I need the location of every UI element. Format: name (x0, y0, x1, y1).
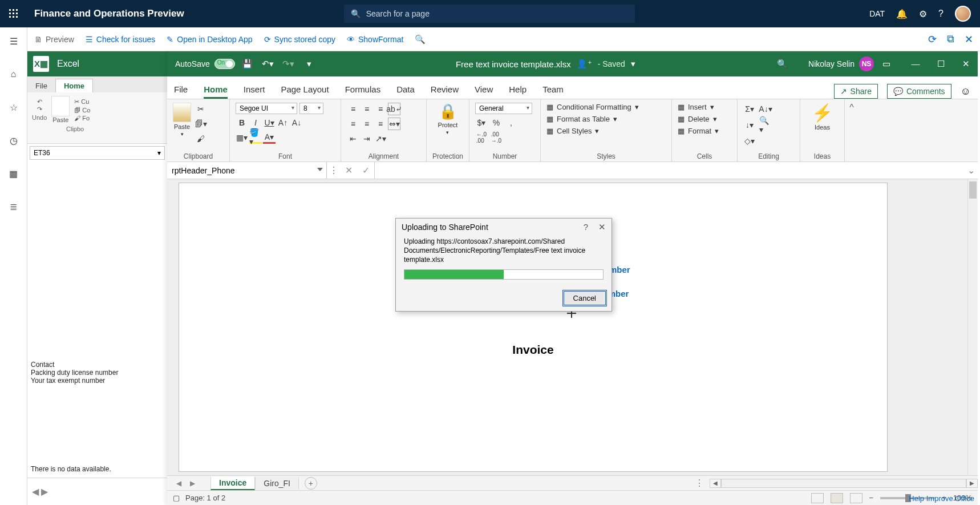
web-fo[interactable]: 🖌 Fo (74, 115, 90, 122)
avatar[interactable] (955, 6, 971, 22)
find-button[interactable]: 🔍▾ (759, 119, 772, 131)
ideas-button[interactable]: ⚡ Ideas (812, 103, 833, 131)
smiley-icon[interactable]: ☺ (961, 86, 971, 98)
tab-team[interactable]: Team (542, 84, 564, 99)
zoom-out-button[interactable]: − (869, 494, 874, 502)
company-code[interactable]: DAT (869, 9, 885, 18)
dec-decimal-button[interactable]: .00→.0 (490, 131, 503, 144)
align-left-button[interactable]: ≡ (347, 118, 359, 130)
autosum-button[interactable]: Σ▾ (743, 103, 756, 115)
cancel-button[interactable]: Cancel (564, 291, 606, 305)
waffle-icon[interactable] (0, 0, 27, 27)
tab-review[interactable]: Review (431, 84, 459, 99)
bold-button[interactable]: B (236, 116, 248, 129)
inc-indent-button[interactable]: ⇥ (361, 132, 373, 145)
minimize-icon[interactable]: — (907, 59, 924, 69)
undo-icon[interactable]: ↶ (37, 98, 42, 106)
maximize-icon[interactable]: ☐ (932, 59, 949, 69)
align-middle-button[interactable]: ≡ (361, 103, 373, 115)
autosave-toggle[interactable]: On (214, 59, 235, 69)
delete-cells-button[interactable]: ▦Delete ▾ (678, 115, 717, 123)
showformat-cmd[interactable]: 👁ShowFormat (347, 35, 403, 44)
align-bottom-button[interactable]: ≡ (374, 103, 387, 115)
horizontal-scrollbar[interactable] (721, 479, 966, 488)
dec-indent-button[interactable]: ⇤ (347, 132, 359, 145)
clear-button[interactable]: ◇▾ (743, 135, 756, 147)
sheet-nav-prev[interactable]: ◀ (172, 479, 185, 487)
cond-fmt-button[interactable]: ▦Conditional Formatting ▾ (546, 103, 639, 111)
hscroll-left[interactable]: ◀ (710, 479, 721, 488)
bell-icon[interactable]: 🔔 (896, 9, 908, 19)
web-namebox[interactable]: ET36▾ (30, 146, 165, 160)
orientation-button[interactable]: ↗▾ (374, 132, 387, 145)
tab-insert[interactable]: Insert (244, 84, 265, 99)
add-sheet-button[interactable]: + (305, 477, 317, 490)
web-home-tab[interactable]: Home (55, 79, 93, 92)
currency-button[interactable]: $▾ (475, 116, 488, 129)
help-improve-link[interactable]: Help Improve Office (909, 494, 974, 503)
workspace-icon[interactable]: ▦ (2, 163, 25, 184)
page-layout-view-button[interactable] (831, 493, 843, 503)
cell-styles-button[interactable]: ▦Cell Styles ▾ (546, 127, 599, 135)
cancel-formula-icon[interactable]: ✕ (345, 165, 353, 176)
file-name[interactable]: Free text invoice template.xlsx (456, 59, 571, 69)
vertical-scrollbar[interactable] (967, 179, 978, 475)
sync-cmd[interactable]: ⟳Sync stored copy (264, 35, 335, 44)
comma-button[interactable]: , (505, 116, 517, 129)
align-right-button[interactable]: ≡ (374, 118, 387, 130)
web-scroll-right[interactable]: ▶ (41, 486, 48, 497)
expand-formula-icon[interactable]: ⌄ (964, 162, 978, 179)
people-icon[interactable]: 👤⁺ (577, 59, 592, 69)
web-file-tab[interactable]: File (27, 79, 55, 92)
hamburger-icon[interactable]: ☰ (2, 31, 25, 51)
hscroll-right[interactable]: ▶ (966, 479, 978, 488)
format-painter-icon[interactable]: 🖌 (195, 132, 207, 145)
sheet-tab-girofi[interactable]: Giro_FI (255, 477, 299, 490)
formula-input[interactable] (375, 162, 964, 179)
tab-file[interactable]: File (174, 84, 188, 99)
align-top-button[interactable]: ≡ (347, 103, 359, 115)
tell-me-search-icon[interactable]: 🔍 (774, 56, 790, 72)
user-badge[interactable]: NS (859, 56, 874, 71)
close-icon[interactable]: ✕ (957, 59, 974, 69)
help-icon[interactable]: ? (938, 9, 943, 19)
font-name-dropdown[interactable]: Segoe UI (236, 103, 297, 114)
align-center-button[interactable]: ≡ (361, 118, 373, 130)
check-issues-cmd[interactable]: ☰Check for issues (86, 35, 155, 44)
tab-page-layout[interactable]: Page Layout (281, 84, 329, 99)
recent-icon[interactable]: ◷ (2, 130, 25, 151)
underline-button[interactable]: U▾ (263, 116, 276, 129)
format-table-button[interactable]: ▦Format as Table ▾ (546, 115, 617, 123)
shrink-font-button[interactable]: A↓ (290, 116, 303, 129)
star-icon[interactable]: ☆ (2, 97, 25, 118)
dialog-close-icon[interactable]: ✕ (598, 222, 606, 232)
sheet-nav-next[interactable]: ▶ (185, 479, 199, 487)
comments-button[interactable]: 💬Comments (887, 84, 951, 99)
name-box[interactable]: rptHeader_Phone (167, 162, 327, 179)
invoice-title[interactable]: Invoice (179, 343, 887, 357)
redo-icon[interactable]: ↷ (37, 106, 42, 113)
save-icon[interactable]: 💾 (240, 56, 256, 72)
tab-help[interactable]: Help (509, 84, 527, 99)
user-name[interactable]: Nikolay Selin (808, 59, 855, 68)
saved-state[interactable]: - Saved (598, 59, 625, 68)
web-copy[interactable]: 🗐 Co (74, 107, 90, 114)
borders-button[interactable]: ▦▾ (236, 131, 248, 144)
tab-data[interactable]: Data (396, 84, 415, 99)
inc-decimal-button[interactable]: ←.0.00 (475, 131, 488, 144)
fill-button[interactable]: ↓▾ (743, 119, 756, 131)
ribbon-display-icon[interactable]: ▭ (878, 56, 894, 72)
undo-icon[interactable]: ↶▾ (260, 56, 276, 72)
gear-icon[interactable]: ⚙ (919, 9, 927, 19)
tab-formulas[interactable]: Formulas (345, 84, 381, 99)
paste-button[interactable]: Paste▾ (173, 103, 191, 137)
copy-icon[interactable]: 🗐▾ (195, 118, 207, 130)
namebox-menu[interactable]: ⋮ (327, 162, 341, 179)
page-break-view-button[interactable] (850, 493, 862, 503)
modules-icon[interactable]: ≣ (2, 196, 25, 217)
refresh-icon[interactable]: ⟳ (928, 33, 937, 46)
global-search[interactable]: 🔍 Search for a page (344, 5, 635, 23)
percent-button[interactable]: % (490, 116, 503, 129)
web-scroll-left[interactable]: ◀ (32, 486, 39, 497)
record-macro-icon[interactable]: ▢ (173, 494, 180, 502)
